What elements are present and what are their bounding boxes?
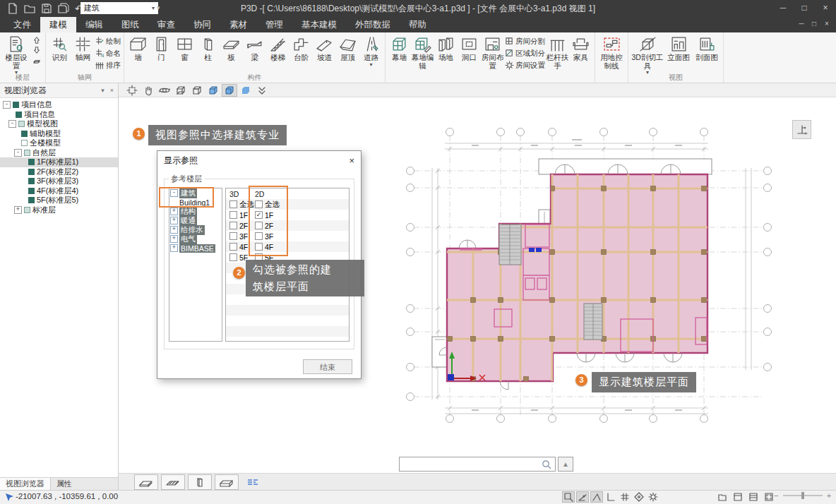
floor-down-button[interactable] <box>31 45 42 55</box>
settings-gear-icon[interactable] <box>647 491 659 503</box>
ortho-mode-button[interactable] <box>604 491 617 503</box>
tree-floor-1f[interactable]: 1F(标准层1) <box>0 157 118 167</box>
dialog-close-icon[interactable]: × <box>349 155 354 166</box>
dialog-title-bar[interactable]: 显示参照 × <box>157 151 361 169</box>
menu-collaborate[interactable]: 协同 <box>184 17 220 32</box>
site-button[interactable]: 场地 <box>434 34 458 62</box>
tree-model-views[interactable]: -模型视图 <box>0 119 118 129</box>
expand-icon[interactable]: + <box>170 244 178 252</box>
collapse-icon[interactable]: - <box>8 120 16 128</box>
command-history-button[interactable]: ▲ <box>558 457 573 472</box>
more-view-tools-button[interactable] <box>254 84 270 97</box>
floor-copy-button[interactable] <box>31 55 42 65</box>
quick-wall-button[interactable] <box>215 474 239 490</box>
roof-button[interactable]: 屋顶 <box>336 34 359 62</box>
checkbox-3d-2f[interactable] <box>229 222 237 229</box>
sort-axis-button[interactable]: 排序 <box>95 59 121 71</box>
checkbox-3d-4f[interactable] <box>229 243 237 251</box>
column-button[interactable]: 柱 <box>196 34 220 62</box>
menu-material[interactable]: 素材 <box>220 17 256 32</box>
tree-bimbase[interactable]: +BIMBASE <box>169 244 222 253</box>
minimize-button[interactable]: ─ <box>772 0 794 17</box>
window-layout-button[interactable] <box>732 491 744 503</box>
stair-button[interactable]: 楼梯 <box>266 34 289 62</box>
shaded-view-button[interactable] <box>222 84 237 97</box>
tree-floor-2f[interactable]: 2F(标准层2) <box>0 167 118 177</box>
name-axis-button[interactable]: N命名 <box>95 47 121 59</box>
tree-floor-4f[interactable]: 4F(标准层4) <box>0 186 118 196</box>
checkbox-3d-all[interactable] <box>229 200 237 208</box>
new-file-icon[interactable] <box>7 3 18 14</box>
tree-natural-floors[interactable]: -自然层 <box>0 148 118 158</box>
menu-modeling[interactable]: 建模 <box>40 17 76 32</box>
combo-extra-dropdown-icon[interactable]: ▾ <box>157 4 160 11</box>
floor-settings-button[interactable]: 楼层设置 ▾ <box>2 34 30 76</box>
discipline-combo[interactable]: 建筑 ▾ <box>80 2 158 14</box>
axis-grid-button[interactable]: 轴网 <box>71 34 95 62</box>
room-layout-button[interactable]: 房间布置 <box>481 34 504 70</box>
window-button[interactable]: 窗 <box>173 34 196 62</box>
room-split-button[interactable]: 房间分割 <box>505 35 545 47</box>
tree-structure[interactable]: +结构 <box>169 207 222 216</box>
expand-icon[interactable]: + <box>170 235 178 243</box>
tree-whole-building-model[interactable]: 全楼模型 <box>0 138 118 148</box>
tab-view-browser[interactable]: 视图浏览器 <box>0 478 51 490</box>
command-search-input[interactable] <box>399 457 556 472</box>
section-3d-tool-button[interactable]: 3D剖切工具 ▾ <box>631 34 664 76</box>
checkbox-3d-3f[interactable] <box>229 232 237 240</box>
realistic-view-button[interactable] <box>238 84 253 97</box>
slab-button[interactable]: 板 <box>220 34 243 62</box>
object-snap-tracking-button[interactable] <box>590 491 603 503</box>
curtain-wall-button[interactable]: 幕墙 <box>388 34 411 62</box>
elevation-view-button[interactable]: 立面图 <box>664 34 693 62</box>
doc-close-button[interactable]: × <box>820 17 833 32</box>
zoom-in-button[interactable]: + <box>827 491 832 500</box>
shaded-edges-view-button[interactable] <box>205 84 221 97</box>
quick-column-button[interactable] <box>188 474 212 490</box>
identify-button[interactable]: 识别 <box>48 34 71 62</box>
tree-plumbing[interactable]: +给排水 <box>169 225 222 234</box>
wall-button[interactable]: 墙 <box>126 34 150 62</box>
road-button[interactable]: 道路 ▾ <box>359 34 383 68</box>
menu-file[interactable]: 文件 <box>4 17 40 32</box>
save-all-icon[interactable] <box>58 3 69 14</box>
collapse-icon[interactable]: - <box>14 149 22 157</box>
draw-axis-button[interactable]: 绘制 <box>95 35 121 47</box>
ramp-button[interactable]: 坡道 <box>313 34 336 62</box>
collapse-icon[interactable]: - <box>3 101 11 109</box>
menu-external-data[interactable]: 外部数据 <box>346 17 400 32</box>
checkbox-3d-1f[interactable] <box>229 211 237 219</box>
opening-button[interactable]: 洞口 <box>458 34 481 62</box>
view-orientation-button[interactable] <box>792 120 811 139</box>
tree-project-info[interactable]: 项目信息 <box>0 110 118 120</box>
menu-manage[interactable]: 管理 <box>256 17 292 32</box>
tree-electrical[interactable]: +电气 <box>169 234 222 244</box>
polar-tracking-button[interactable] <box>576 491 589 503</box>
curtain-wall-edit-button[interactable]: 幕墙编辑 <box>411 34 434 70</box>
close-button[interactable]: × <box>815 0 836 17</box>
save-icon[interactable] <box>41 3 52 14</box>
expand-icon[interactable]: + <box>170 208 178 215</box>
menu-help[interactable]: 帮助 <box>400 17 436 32</box>
tree-hvac[interactable]: +暖通 <box>169 216 222 225</box>
tree-floor-5f[interactable]: 5F(标准层5) <box>0 196 118 205</box>
navigation-button[interactable] <box>633 491 645 503</box>
menu-review[interactable]: 审查 <box>148 17 184 32</box>
menu-drawing[interactable]: 图纸 <box>112 17 148 32</box>
expand-icon[interactable]: + <box>14 206 22 214</box>
view-list-button[interactable] <box>747 491 760 503</box>
panel-dropdown-icon[interactable]: ▾ <box>101 87 104 94</box>
zone-divide-button[interactable]: 区域划分 <box>505 47 545 59</box>
section-view-button[interactable]: 剖面图 <box>693 34 721 62</box>
steps-button[interactable]: 台阶 <box>289 34 313 62</box>
orbit-button[interactable] <box>157 84 172 97</box>
grid-display-button[interactable] <box>619 491 631 503</box>
tree-auxiliary-model[interactable]: 辅助模型 <box>0 129 118 139</box>
doc-restore-button[interactable]: □ <box>808 17 820 32</box>
panel-close-icon[interactable]: × <box>110 87 114 94</box>
zoom-out-button[interactable]: − <box>774 491 779 500</box>
railing-button[interactable]: 栏杆扶手 <box>546 34 569 70</box>
land-control-line-button[interactable]: 用地控制线 <box>597 34 626 70</box>
zoom-slider[interactable] <box>783 495 823 496</box>
doc-minimize-button[interactable]: ─ <box>795 17 808 32</box>
